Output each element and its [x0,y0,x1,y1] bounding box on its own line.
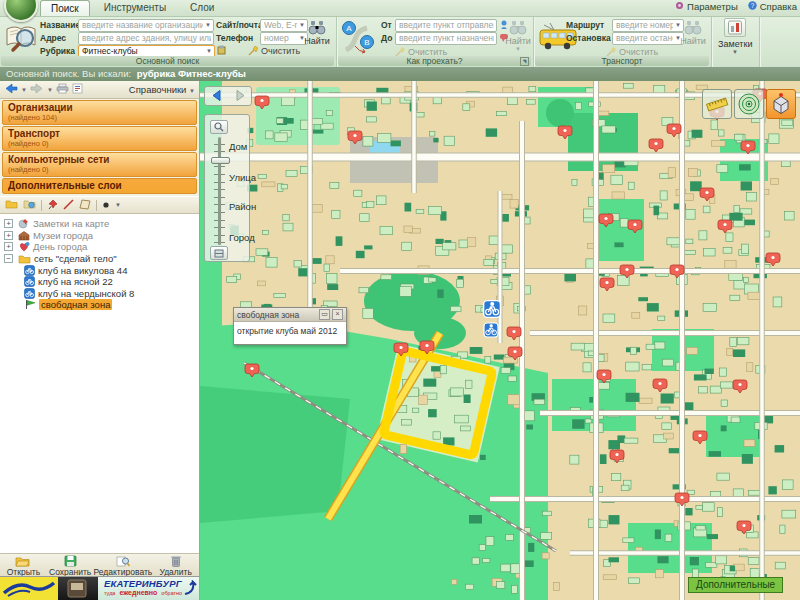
open-button[interactable]: Открыть [0,554,47,577]
accordion-section-1[interactable]: Транспорт(найдено 0) [2,126,197,151]
accordion-section-3[interactable]: Дополнительные слои [2,178,197,194]
help-icon: ? [748,1,757,12]
stop-input[interactable]: введите остановку▼ [612,32,684,45]
zoom-level-дом[interactable]: Дом [229,141,247,152]
ad-arrow-icon [183,580,197,596]
map-back-button[interactable] [209,89,225,104]
zoom-track[interactable] [218,137,221,245]
forward-button[interactable] [30,83,44,96]
binoculars-icon [509,20,527,36]
open-icon [0,555,47,567]
ribbon: ПоискИнструментыСлои Параметры ? Справка [0,0,800,68]
tree-item-5[interactable]: клуб на ясной 22 [0,276,199,288]
add-line-tool[interactable] [63,199,74,212]
delete-button[interactable]: Удалить [152,554,199,577]
tree-item-3[interactable]: −сеть "сделай тело" [0,253,199,265]
save-button[interactable]: Сохранить [47,554,94,577]
expander-icon[interactable]: + [4,219,13,228]
to-input[interactable]: введите пункт назначения [395,32,497,45]
accordion-section-2[interactable]: Компьютерные сети(найдено 0) [2,152,197,177]
tree-item-label: свободная зона [39,299,112,310]
tree-item-6[interactable]: клуб на чердынской 8 [0,288,199,300]
tree-item-4[interactable]: клуб на викулова 44 [0,264,199,276]
3d-view-tool[interactable] [766,89,796,119]
tree-item-7[interactable]: свободная зона [0,299,199,311]
find-route-button[interactable]: Найти ▼ [501,20,535,52]
svg-text:?: ? [750,2,754,9]
print-button[interactable] [56,83,69,96]
expander-icon[interactable]: + [4,242,13,251]
app-window: ПоискИнструментыСлои Параметры ? Справка [0,0,800,600]
tab-инструменты[interactable]: Инструменты [94,0,176,16]
from-input[interactable]: введите пункт отправления [395,19,497,32]
tooltip-header[interactable]: свободная зона ▭ × [234,308,346,322]
ad-photo [58,577,98,600]
tab-поиск[interactable]: Поиск [40,0,90,16]
zoom-level-район[interactable]: Район [229,201,256,212]
zoom-handle[interactable] [211,157,230,164]
name-input[interactable]: введите название организации▼ [78,19,214,32]
ruler-tool[interactable] [702,89,732,119]
style-dot-tool[interactable] [102,200,110,211]
back-dropdown-icon[interactable]: ▼ [21,87,27,93]
group-label-main-search: Основной поиск [1,56,334,66]
accordion-section-0[interactable]: Организации(найдено 104) [2,100,197,125]
expander-icon[interactable]: − [4,254,13,263]
edit-button[interactable]: Редактировать [94,554,153,577]
ad-banner[interactable]: ЕКАТЕРИНБУРГ туда ежедневно обратно [0,576,199,600]
folder-globe-icon[interactable] [23,199,36,211]
tooltip-close-icon[interactable]: × [332,309,343,320]
address-field-label: Адрес [40,33,78,43]
notes-button[interactable]: Заметки ▼ [718,18,752,55]
map-tooltip: свободная зона ▭ × открытие клуба май 20… [233,307,347,345]
museum-icon [18,230,30,241]
ribbon-group-main-search: Название введите название организации▼ А… [0,17,337,67]
ad-sub-mid: ежедневно [119,589,157,596]
back-button[interactable] [4,83,18,96]
club-icon [24,288,35,299]
find-transport-button[interactable]: Найти [676,20,710,46]
style-dropdown-icon[interactable]: ▼ [115,202,121,208]
club-marker[interactable] [484,301,501,318]
add-polygon-tool[interactable] [79,199,91,212]
route-number-input[interactable]: введите номер▼ [612,19,684,32]
notes-page-icon [727,20,743,35]
forward-dropdown-icon[interactable]: ▼ [47,87,53,93]
tree-item-2[interactable]: +День города [0,241,199,253]
add-pin-tool[interactable] [47,199,58,212]
tree-item-label: Заметки на карте [33,218,109,229]
tab-слои[interactable]: Слои [180,0,224,16]
tree-item-label: клуб на викулова 44 [38,265,127,276]
zoom-level-город[interactable]: Город [229,232,255,243]
folder-icon[interactable] [5,199,18,211]
zoom-level-улица[interactable]: Улица [229,172,256,183]
tree-item-1[interactable]: +Музеи города [0,230,199,242]
club-marker[interactable] [484,323,498,337]
zoom-in-button[interactable] [210,120,228,134]
layers-toolbar: ▼ [0,196,199,214]
ribbon-group-notes: Заметки ▼ [712,17,760,67]
radar-tool[interactable] [734,89,764,119]
expander-icon[interactable]: + [4,231,13,240]
folder-icon [18,254,31,264]
sidebar-actions: ОткрытьСохранитьРедактироватьУдалить [0,553,199,576]
broom-icon [248,46,258,56]
route-number-label: Маршрут [566,20,612,30]
references-dropdown[interactable]: Справочники ▼ [129,84,195,95]
map-forward-button[interactable] [232,89,248,104]
tooltip-minimize-icon[interactable]: ▭ [319,309,330,320]
svg-text:B: B [364,38,369,47]
help-button[interactable]: ? Справка [748,1,797,12]
dialog-launcher-icon[interactable]: ◥ [520,57,529,66]
sidebar-accordion: Организации(найдено 104)Транспорт(найден… [0,99,199,194]
zoom-out-button[interactable] [210,246,228,260]
map-viewport[interactable]: ДомУлицаРайонГород свободная зона ▭ × от… [200,81,800,600]
tree-item-0[interactable]: +Заметки на карте [0,218,199,230]
address-input[interactable]: введите адрес здания, улицу или район [78,32,214,45]
report-button[interactable] [72,83,83,96]
clear-search-button[interactable]: Очистить [248,46,300,56]
group-label-transport: Транспорт [535,56,709,66]
parameters-button[interactable]: Параметры [675,1,738,12]
tree-item-label: клуб на чердынской 8 [38,288,134,299]
find-button[interactable]: Найти [300,20,334,46]
